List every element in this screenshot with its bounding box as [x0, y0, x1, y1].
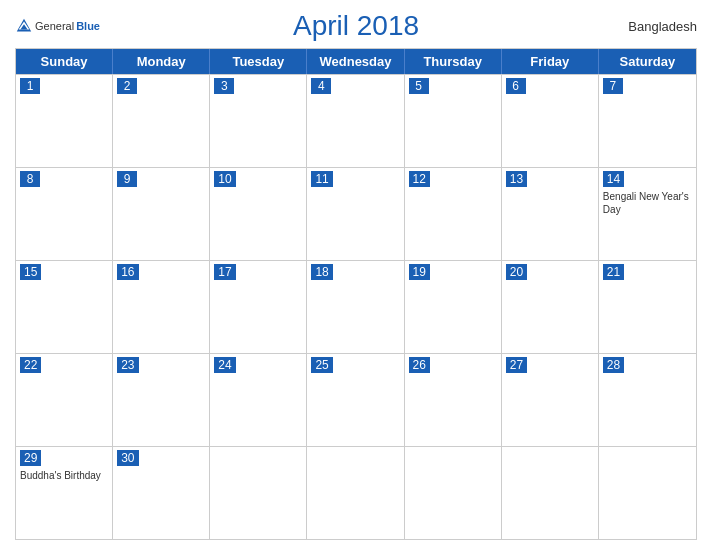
table-row: 15 — [16, 261, 113, 353]
logo-icon — [15, 17, 33, 35]
calendar-body: 1234567891011121314Bengali New Year's Da… — [16, 74, 696, 539]
cell-date-number: 15 — [20, 264, 41, 280]
table-row: 5 — [405, 75, 502, 167]
cell-date-number: 12 — [409, 171, 430, 187]
calendar-title: April 2018 — [293, 10, 419, 42]
table-row: 10 — [210, 168, 307, 260]
cell-date-number: 23 — [117, 357, 138, 373]
cell-date-number: 20 — [506, 264, 527, 280]
table-row: 28 — [599, 354, 696, 446]
week-row-5: 29Buddha's Birthday30 — [16, 446, 696, 539]
cell-date-number: 25 — [311, 357, 332, 373]
table-row: 17 — [210, 261, 307, 353]
weekday-sunday: Sunday — [16, 49, 113, 74]
table-row: 2 — [113, 75, 210, 167]
table-row — [307, 447, 404, 539]
table-row — [599, 447, 696, 539]
weekday-monday: Monday — [113, 49, 210, 74]
weekday-saturday: Saturday — [599, 49, 696, 74]
weekday-friday: Friday — [502, 49, 599, 74]
table-row: 23 — [113, 354, 210, 446]
week-row-1: 1234567 — [16, 74, 696, 167]
cell-date-number: 28 — [603, 357, 624, 373]
cell-date-number: 3 — [214, 78, 234, 94]
table-row: 20 — [502, 261, 599, 353]
cell-date-number: 7 — [603, 78, 623, 94]
calendar-page: General Blue April 2018 Bangladesh Sunda… — [0, 0, 712, 550]
table-row — [210, 447, 307, 539]
cell-date-number: 9 — [117, 171, 137, 187]
weekday-wednesday: Wednesday — [307, 49, 404, 74]
cell-date-number: 1 — [20, 78, 40, 94]
table-row: 9 — [113, 168, 210, 260]
country-label: Bangladesh — [628, 19, 697, 34]
table-row — [405, 447, 502, 539]
cell-event-label: Buddha's Birthday — [20, 469, 108, 482]
cell-date-number: 5 — [409, 78, 429, 94]
table-row: 3 — [210, 75, 307, 167]
table-row: 19 — [405, 261, 502, 353]
cell-date-number: 11 — [311, 171, 332, 187]
table-row: 16 — [113, 261, 210, 353]
table-row: 4 — [307, 75, 404, 167]
cell-date-number: 8 — [20, 171, 40, 187]
logo: General Blue — [15, 17, 100, 35]
table-row: 22 — [16, 354, 113, 446]
table-row: 24 — [210, 354, 307, 446]
table-row: 27 — [502, 354, 599, 446]
table-row: 18 — [307, 261, 404, 353]
table-row — [502, 447, 599, 539]
weekday-tuesday: Tuesday — [210, 49, 307, 74]
table-row: 21 — [599, 261, 696, 353]
table-row: 6 — [502, 75, 599, 167]
weekday-header-row: Sunday Monday Tuesday Wednesday Thursday… — [16, 49, 696, 74]
week-row-4: 22232425262728 — [16, 353, 696, 446]
table-row: 11 — [307, 168, 404, 260]
table-row: 13 — [502, 168, 599, 260]
calendar-grid: Sunday Monday Tuesday Wednesday Thursday… — [15, 48, 697, 540]
week-row-3: 15161718192021 — [16, 260, 696, 353]
cell-date-number: 19 — [409, 264, 430, 280]
table-row: 12 — [405, 168, 502, 260]
table-row: 30 — [113, 447, 210, 539]
cell-date-number: 27 — [506, 357, 527, 373]
cell-date-number: 26 — [409, 357, 430, 373]
cell-date-number: 29 — [20, 450, 41, 466]
cell-date-number: 13 — [506, 171, 527, 187]
cell-date-number: 18 — [311, 264, 332, 280]
logo-general-text: General — [35, 20, 74, 32]
cell-date-number: 14 — [603, 171, 624, 187]
table-row: 8 — [16, 168, 113, 260]
cell-date-number: 16 — [117, 264, 138, 280]
cell-date-number: 10 — [214, 171, 235, 187]
table-row: 14Bengali New Year's Day — [599, 168, 696, 260]
calendar-header: General Blue April 2018 Bangladesh — [15, 10, 697, 42]
cell-date-number: 4 — [311, 78, 331, 94]
cell-date-number: 24 — [214, 357, 235, 373]
table-row: 29Buddha's Birthday — [16, 447, 113, 539]
table-row: 25 — [307, 354, 404, 446]
table-row: 7 — [599, 75, 696, 167]
cell-date-number: 6 — [506, 78, 526, 94]
cell-date-number: 30 — [117, 450, 138, 466]
week-row-2: 891011121314Bengali New Year's Day — [16, 167, 696, 260]
table-row: 1 — [16, 75, 113, 167]
table-row: 26 — [405, 354, 502, 446]
logo-blue-text: Blue — [76, 20, 100, 32]
cell-date-number: 22 — [20, 357, 41, 373]
cell-date-number: 21 — [603, 264, 624, 280]
cell-date-number: 2 — [117, 78, 137, 94]
cell-event-label: Bengali New Year's Day — [603, 190, 692, 216]
cell-date-number: 17 — [214, 264, 235, 280]
weekday-thursday: Thursday — [405, 49, 502, 74]
